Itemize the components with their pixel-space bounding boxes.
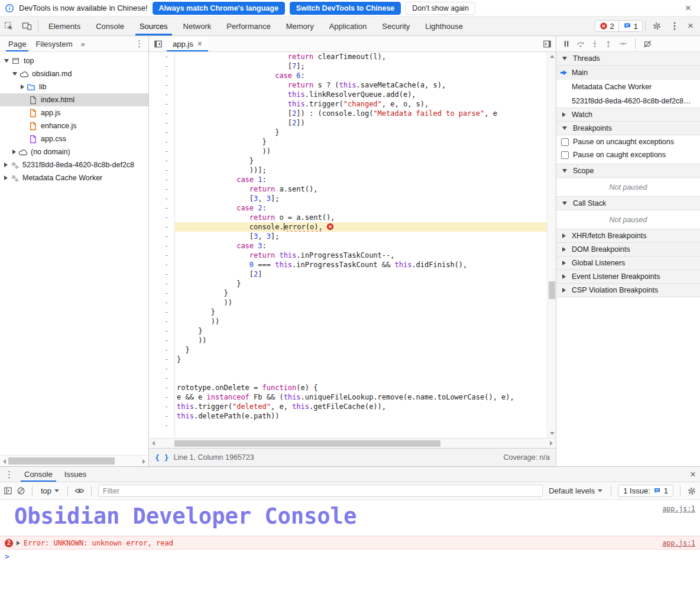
- tab-performance[interactable]: Performance: [219, 17, 278, 35]
- navigator-tab-page[interactable]: Page: [4, 36, 31, 51]
- section-header-watch[interactable]: Watch: [556, 108, 700, 122]
- settings-gear-icon[interactable]: [649, 18, 665, 34]
- line-gutter[interactable]: -: [149, 288, 174, 298]
- code-line[interactable]: -: [149, 421, 556, 430]
- editor-vscrollbar[interactable]: [547, 52, 556, 438]
- banner-button-don-t-show-again[interactable]: Don't show again: [406, 2, 475, 15]
- javascript-context-selector[interactable]: top: [39, 486, 61, 495]
- code-line[interactable]: - )): [149, 336, 556, 345]
- drawer-tab-issues[interactable]: Issues: [59, 467, 93, 482]
- scroll-up-arrow-icon[interactable]: [550, 55, 555, 58]
- code-line[interactable]: - }: [149, 307, 556, 317]
- line-gutter[interactable]: -: [149, 279, 174, 288]
- live-expression-eye-icon[interactable]: [74, 486, 85, 495]
- issue-count-badge[interactable]: 1: [618, 21, 642, 31]
- line-gutter[interactable]: -: [149, 355, 174, 364]
- line-gutter[interactable]: -: [149, 165, 174, 175]
- line-gutter[interactable]: -: [149, 222, 174, 232]
- code-line[interactable]: - }: [149, 128, 556, 137]
- line-gutter[interactable]: -: [149, 251, 174, 260]
- code-line[interactable]: -e && e instanceof Fb && (this.uniqueFil…: [149, 392, 556, 402]
- code-line[interactable]: - this.trigger("changed", e, o, s),: [149, 99, 556, 109]
- tree-item-app-css[interactable]: app.css: [0, 132, 148, 145]
- step-over-icon[interactable]: [576, 40, 585, 48]
- code-line[interactable]: - case 2:: [149, 203, 556, 213]
- line-gutter[interactable]: -: [149, 232, 174, 241]
- thread-5231f8dd-8eda-4620-8c8b-def2c8[interactable]: 5231f8dd-8eda-4620-8c8b-def2c8…: [556, 94, 700, 108]
- line-gutter[interactable]: -: [149, 213, 174, 222]
- tab-sources[interactable]: Sources: [132, 17, 176, 35]
- code-line[interactable]: - }: [149, 156, 556, 165]
- code-line[interactable]: - [2]: [149, 269, 556, 279]
- code-line[interactable]: -this.trigger("deleted", e, this.getFile…: [149, 402, 556, 411]
- expander-right-icon[interactable]: [4, 163, 8, 167]
- section-header-call-stack[interactable]: Call Stack: [556, 196, 700, 210]
- line-gutter[interactable]: -: [149, 411, 174, 421]
- line-gutter[interactable]: -: [149, 109, 174, 118]
- expander-right-icon[interactable]: [12, 150, 16, 154]
- step-out-icon[interactable]: [604, 40, 612, 48]
- navigator-tab-filesystem[interactable]: Filesystem: [31, 36, 77, 51]
- code-line[interactable]: - [7];: [149, 61, 556, 71]
- line-gutter[interactable]: -: [149, 260, 174, 269]
- code-line[interactable]: - )): [149, 298, 556, 307]
- line-gutter[interactable]: -: [149, 421, 174, 430]
- section-header-threads[interactable]: Threads: [556, 51, 700, 66]
- code-line[interactable]: - [3, 3];: [149, 194, 556, 203]
- code-line[interactable]: - case 6:: [149, 71, 556, 80]
- line-gutter[interactable]: -: [149, 137, 174, 147]
- inspect-element-icon[interactable]: [1, 18, 17, 34]
- line-gutter[interactable]: -: [149, 345, 174, 355]
- code-line[interactable]: - }: [149, 326, 556, 336]
- more-options-kebab-icon[interactable]: [667, 18, 682, 34]
- code-line[interactable]: - console.error(o),: [149, 222, 556, 232]
- hscroll-thumb[interactable]: [8, 457, 115, 465]
- section-header-scope[interactable]: Scope: [556, 164, 700, 178]
- section-header-dom-breakpoints[interactable]: DOM Breakpoints: [556, 242, 700, 256]
- tree-item-enhance-js[interactable]: enhance.js: [0, 119, 148, 132]
- tab-console[interactable]: Console: [88, 17, 132, 35]
- line-gutter[interactable]: -: [149, 156, 174, 165]
- tree-item-lib[interactable]: lib: [0, 80, 148, 93]
- banner-close-icon[interactable]: ×: [681, 1, 695, 15]
- line-gutter[interactable]: -: [149, 402, 174, 411]
- line-gutter[interactable]: -: [149, 128, 174, 137]
- editor-hscrollbar[interactable]: [149, 438, 556, 448]
- code-line[interactable]: - )): [149, 317, 556, 326]
- line-gutter[interactable]: -: [149, 118, 174, 128]
- toggle-debugger-sidebar-icon[interactable]: [540, 37, 554, 50]
- section-header-breakpoints[interactable]: Breakpoints: [556, 121, 700, 135]
- vscroll-thumb[interactable]: [549, 281, 555, 299]
- drawer-kebab-icon[interactable]: ⋮: [0, 469, 18, 480]
- tree-item-no-domain[interactable]: (no domain): [0, 145, 148, 158]
- line-gutter[interactable]: -: [149, 52, 174, 61]
- console-prompt[interactable]: >: [0, 550, 700, 563]
- line-gutter[interactable]: -: [149, 374, 174, 383]
- pretty-print-icon[interactable]: { }: [155, 453, 168, 462]
- line-gutter[interactable]: -: [149, 175, 174, 184]
- navigator-kebab-icon[interactable]: ⋮: [130, 38, 148, 49]
- line-gutter[interactable]: -: [149, 241, 174, 251]
- toggle-navigator-icon[interactable]: [151, 37, 165, 50]
- thread-metadata-cache-worker[interactable]: Metadata Cache Worker: [556, 80, 700, 94]
- code-line[interactable]: - return a.sent(),: [149, 184, 556, 194]
- line-gutter[interactable]: -: [149, 147, 174, 156]
- banner-button-switch-devtools-to-chinese[interactable]: Switch DevTools to Chinese: [290, 2, 401, 15]
- code-line[interactable]: -: [149, 374, 556, 383]
- line-gutter[interactable]: -: [149, 80, 174, 90]
- code-line[interactable]: - }: [149, 288, 556, 298]
- line-gutter[interactable]: -: [149, 317, 174, 326]
- checkbox-pause-on-uncaught-exceptions[interactable]: [561, 138, 569, 146]
- log-source-link[interactable]: app.js:1: [663, 502, 695, 513]
- section-header-csp-violation-breakpoints[interactable]: CSP Violation Breakpoints: [556, 283, 700, 297]
- scroll-right-arrow-icon[interactable]: [142, 459, 145, 464]
- section-header-global-listeners[interactable]: Global Listeners: [556, 256, 700, 270]
- tab-application[interactable]: Application: [322, 17, 375, 35]
- code-line[interactable]: - case 3:: [149, 241, 556, 251]
- code-line[interactable]: - [3, 3];: [149, 232, 556, 241]
- code-line[interactable]: - [2]): [149, 118, 556, 128]
- line-gutter[interactable]: -: [149, 336, 174, 345]
- error-count-badge[interactable]: 2: [595, 21, 618, 31]
- tree-item-index-html[interactable]: index.html: [0, 93, 148, 106]
- tab-elements[interactable]: Elements: [41, 17, 88, 35]
